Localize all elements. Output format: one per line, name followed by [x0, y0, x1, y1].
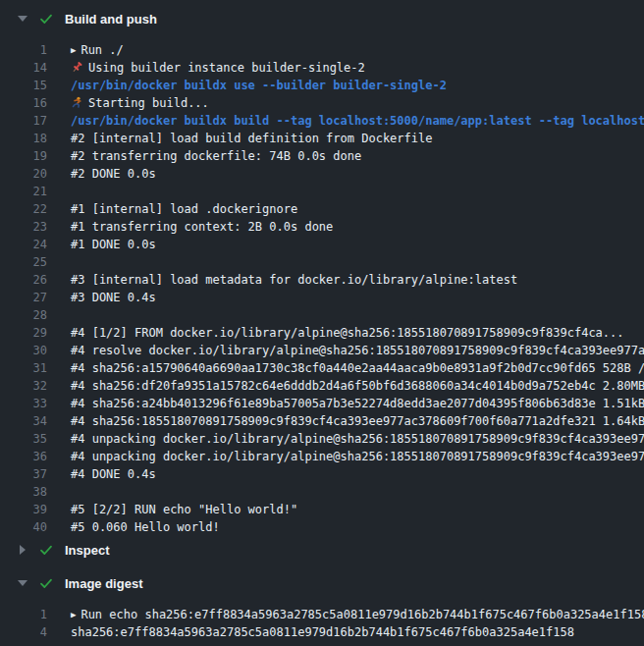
log-line-text: #4 sha256:df20fa9351a15782c64e6dddb2d4a6… — [71, 377, 644, 395]
log-line-number[interactable]: 38 — [0, 483, 47, 501]
log-line: 22#1 [internal] load .dockerignore — [0, 200, 644, 218]
log-line-text: #1 DONE 0.0s — [71, 236, 156, 253]
log-line: 27#3 DONE 0.4s — [0, 289, 644, 306]
log-line-text: #4 resolve docker.io/library/alpine@sha2… — [71, 342, 644, 359]
log-line-text: /usr/bin/docker buildx use --builder bui… — [71, 77, 447, 94]
log-line: 1▶Run ./ — [0, 41, 644, 59]
log-line-number[interactable]: 17 — [0, 112, 47, 130]
log-line: 25 — [0, 253, 644, 271]
log-line-number[interactable]: 26 — [0, 271, 47, 289]
log-line: 24#1 DONE 0.0s — [0, 236, 644, 253]
log-line-number[interactable]: 20 — [0, 165, 47, 183]
step-header-build-and-push[interactable]: Build and push — [0, 8, 644, 29]
step-image-digest: Image digest1▶Run echo sha256:e7ff8834a5… — [0, 572, 644, 641]
log-line: 37#4 DONE 0.4s — [0, 465, 644, 483]
log-line: 1▶Run echo sha256:e7ff8834a5963a2785c5a0… — [0, 606, 644, 623]
chevron-down-icon[interactable] — [18, 14, 27, 24]
log-line-text: #4 unpacking docker.io/library/alpine@sh… — [71, 448, 644, 465]
log-line: 34#4 sha256:185518070891758909c9f839cf4c… — [0, 412, 644, 430]
log-line-text: sha256:e7ff8834a5963a2785c5a0811e979d16b… — [71, 623, 574, 641]
log-line-number[interactable]: 40 — [0, 518, 47, 536]
check-success-icon — [38, 11, 54, 27]
log-line-text: ▶Run echo sha256:e7ff8834a5963a2785c5a08… — [71, 606, 644, 623]
log-line: 35#4 unpacking docker.io/library/alpine@… — [0, 430, 644, 448]
log-line-number[interactable]: 22 — [0, 200, 47, 218]
log-line: 20#2 DONE 0.0s — [0, 165, 644, 183]
log-line: 16Starting build... — [0, 94, 644, 112]
log-line-text: #3 DONE 0.4s — [71, 289, 156, 306]
log-line: 32#4 sha256:df20fa9351a15782c64e6dddb2d4… — [0, 377, 644, 395]
log-line-text: #2 [internal] load build definition from… — [71, 130, 432, 147]
step-build-and-push: Build and push1▶Run ./14Using builder in… — [0, 8, 644, 536]
step-inspect: Inspect — [0, 539, 644, 561]
log-line-text: #4 sha256:185518070891758909c9f839cf4ca3… — [71, 412, 644, 430]
log-line-text: #5 0.060 Hello world! — [71, 518, 220, 536]
log-line: 30#4 resolve docker.io/library/alpine@sh… — [0, 342, 644, 359]
play-icon: ▶ — [71, 606, 76, 623]
log-line: 31#4 sha256:a15790640a6690aa1730c38cf0a4… — [0, 359, 644, 377]
log-line-number[interactable]: 36 — [0, 448, 47, 465]
log-line: 33#4 sha256:a24bb4013296f61e89ba57005a7b… — [0, 395, 644, 412]
step-log-build-and-push: 1▶Run ./14Using builder instance builder… — [0, 41, 644, 536]
log-line-text: #2 DONE 0.0s — [71, 165, 156, 183]
log-line-number[interactable]: 27 — [0, 289, 47, 306]
log-line: 26#3 [internal] load metadata for docker… — [0, 271, 644, 289]
log-line: 28 — [0, 306, 644, 324]
log-line-text: #4 unpacking docker.io/library/alpine@sh… — [71, 430, 644, 448]
log-line-text: Using builder instance builder-single-2 — [71, 59, 365, 77]
log-line-text: #4 [1/2] FROM docker.io/library/alpine@s… — [71, 324, 624, 342]
log-line: 18#2 [internal] load build definition fr… — [0, 130, 644, 147]
workflow-log-viewer: Build and push1▶Run ./14Using builder in… — [0, 8, 644, 641]
log-line-number[interactable]: 15 — [0, 77, 47, 94]
step-log-image-digest: 1▶Run echo sha256:e7ff8834a5963a2785c5a0… — [0, 606, 644, 641]
log-line-text: Starting build... — [71, 94, 209, 112]
log-line-number[interactable]: 30 — [0, 342, 47, 359]
step-title: Inspect — [65, 543, 110, 558]
log-line-number[interactable]: 16 — [0, 94, 47, 112]
log-line-number[interactable]: 14 — [0, 59, 47, 77]
log-line-text: /usr/bin/docker buildx build --tag local… — [71, 112, 644, 130]
log-line: 17/usr/bin/docker buildx build --tag loc… — [0, 112, 644, 130]
log-line-number[interactable]: 4 — [0, 623, 47, 641]
log-line: 36#4 unpacking docker.io/library/alpine@… — [0, 448, 644, 465]
step-header-inspect[interactable]: Inspect — [0, 539, 644, 561]
log-line-text: #1 [internal] load .dockerignore — [71, 200, 297, 218]
log-line-number[interactable]: 33 — [0, 395, 47, 412]
log-line-number[interactable]: 19 — [0, 147, 47, 165]
log-line: 19#2 transferring dockerfile: 74B 0.0s d… — [0, 147, 644, 165]
log-line-text: #4 sha256:a15790640a6690aa1730c38cf0a440… — [71, 359, 644, 377]
log-line: 29#4 [1/2] FROM docker.io/library/alpine… — [0, 324, 644, 342]
log-line-text: #3 [internal] load metadata for docker.i… — [71, 271, 517, 289]
log-line-number[interactable]: 35 — [0, 430, 47, 448]
log-line: 39#5 [2/2] RUN echo "Hello world!" — [0, 501, 644, 518]
log-line-number[interactable]: 1 — [0, 606, 47, 623]
runner-icon — [71, 96, 83, 109]
log-line-number[interactable]: 25 — [0, 253, 47, 271]
check-success-icon — [38, 542, 54, 558]
log-line-number[interactable]: 34 — [0, 412, 47, 430]
play-icon: ▶ — [71, 41, 76, 59]
log-line-number[interactable]: 18 — [0, 130, 47, 147]
log-line-number[interactable]: 29 — [0, 324, 47, 342]
chevron-right-icon[interactable] — [18, 545, 27, 555]
chevron-down-icon[interactable] — [18, 578, 27, 588]
log-line: 14Using builder instance builder-single-… — [0, 59, 644, 77]
log-line-text: ▶Run ./ — [71, 41, 124, 59]
log-line: 23#1 transferring context: 2B 0.0s done — [0, 218, 644, 236]
step-header-image-digest[interactable]: Image digest — [0, 572, 644, 594]
log-line-number[interactable]: 23 — [0, 218, 47, 236]
log-line-number[interactable]: 28 — [0, 306, 47, 324]
log-line-text: #1 transferring context: 2B 0.0s done — [71, 218, 333, 236]
log-line: 21 — [0, 183, 644, 200]
step-title: Build and push — [65, 12, 157, 27]
log-line-number[interactable]: 1 — [0, 41, 47, 59]
log-line-number[interactable]: 39 — [0, 501, 47, 518]
log-line-number[interactable]: 21 — [0, 183, 47, 200]
log-line-number[interactable]: 31 — [0, 359, 47, 377]
log-line-number[interactable]: 37 — [0, 465, 47, 483]
log-line-text: #4 DONE 0.4s — [71, 465, 156, 483]
log-line-number[interactable]: 24 — [0, 236, 47, 253]
log-line-number[interactable]: 32 — [0, 377, 47, 395]
step-title: Image digest — [65, 576, 142, 591]
log-line: 15/usr/bin/docker buildx use --builder b… — [0, 77, 644, 94]
